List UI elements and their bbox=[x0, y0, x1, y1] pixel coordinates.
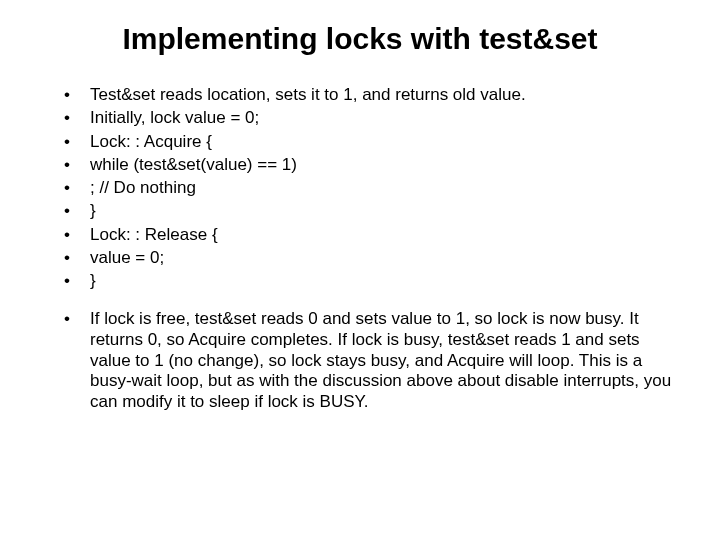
bullet-list-paragraph: If lock is free, test&set reads 0 and se… bbox=[40, 309, 680, 413]
list-item: ; // Do nothing bbox=[64, 177, 680, 198]
slide-title: Implementing locks with test&set bbox=[40, 22, 680, 56]
list-item: Test&set reads location, sets it to 1, a… bbox=[64, 84, 680, 105]
bullet-list-code: Test&set reads location, sets it to 1, a… bbox=[40, 84, 680, 291]
list-item: while (test&set(value) == 1) bbox=[64, 154, 680, 175]
list-item: Lock: : Acquire { bbox=[64, 131, 680, 152]
list-item: Lock: : Release { bbox=[64, 224, 680, 245]
list-item: If lock is free, test&set reads 0 and se… bbox=[64, 309, 680, 413]
slide: Implementing locks with test&set Test&se… bbox=[0, 0, 720, 540]
list-item: } bbox=[64, 270, 680, 291]
list-item: Initially, lock value = 0; bbox=[64, 107, 680, 128]
list-item: } bbox=[64, 200, 680, 221]
list-item: value = 0; bbox=[64, 247, 680, 268]
